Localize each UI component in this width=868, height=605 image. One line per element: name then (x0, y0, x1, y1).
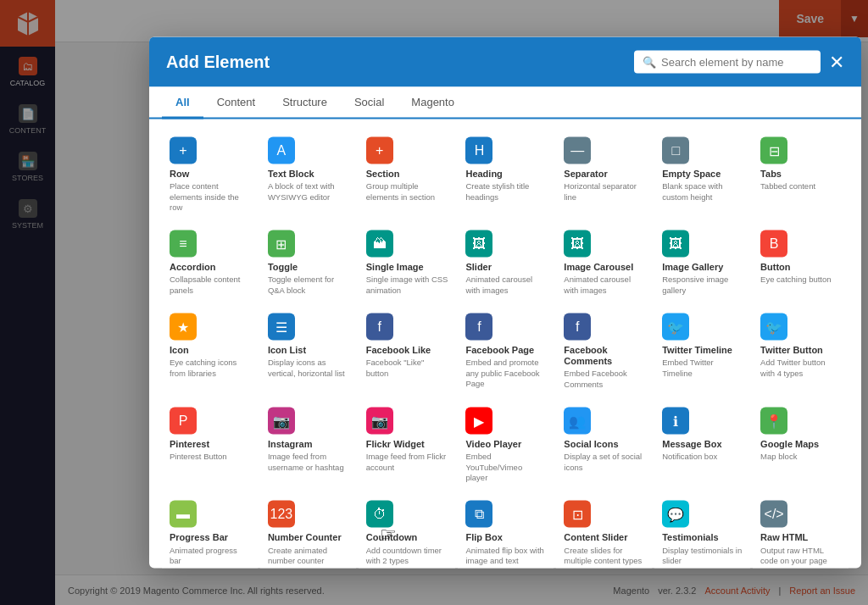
element-item-single-image[interactable]: 🏔Single ImageSingle image with CSS anima… (359, 223, 456, 303)
element-item-raw-html[interactable]: </>Raw HTMLOutput raw HTML code on your … (753, 493, 849, 569)
twitter-button-desc: Add Twitter button with 4 types (760, 358, 841, 379)
tab-social[interactable]: Social (341, 87, 398, 119)
accordion-name: Accordion (170, 262, 215, 273)
facebook-page-name: Facebook Page (465, 345, 534, 356)
video-player-name: Video Player (465, 439, 521, 450)
separator-icon: — (564, 137, 591, 164)
flickr-widget-desc: Image feed from Flickr account (366, 452, 448, 473)
toggle-desc: Toggle element for Q&A block (268, 275, 348, 296)
element-item-twitter-timeline[interactable]: 🐦Twitter TimelineEmbed Twitter Timeline (654, 306, 750, 397)
element-item-separator[interactable]: —SeparatorHorizontal separator line (556, 130, 652, 220)
button-name: Button (760, 262, 790, 273)
tab-magento[interactable]: Magento (398, 87, 468, 119)
element-item-button[interactable]: BButtonEye catching button (753, 223, 849, 303)
slider-name: Slider (465, 262, 492, 273)
row-name: Row (170, 169, 189, 180)
countdown-desc: Add countdown timer with 2 types (366, 545, 448, 566)
empty-space-desc: Blank space with custom height (662, 181, 743, 203)
element-item-image-gallery[interactable]: 🖼Image GalleryResponsive image gallery (654, 223, 750, 303)
progress-bar-name: Progress Bar (170, 532, 228, 543)
button-desc: Eye catching button (760, 275, 831, 285)
countdown-icon: ⏱ (366, 501, 393, 528)
element-item-facebook-like[interactable]: fFacebook LikeFacebook "Like" button (359, 306, 456, 397)
tabs-icon: ⊟ (760, 137, 787, 164)
message-box-icon: ℹ (662, 408, 689, 435)
flip-box-icon: ⧉ (465, 501, 492, 528)
image-carousel-desc: Animated carousel with images (564, 275, 644, 296)
slider-desc: Animated carousel with images (465, 275, 546, 296)
element-item-heading[interactable]: HHeadingCreate stylish title headings (458, 130, 554, 220)
icon-name: Icon (170, 345, 189, 356)
accordion-icon: ≡ (170, 230, 197, 258)
image-gallery-name: Image Gallery (662, 262, 723, 273)
instagram-desc: Image feed from username or hashtag (268, 452, 348, 473)
element-item-section[interactable]: +SectionGroup multiple elements in secti… (359, 130, 456, 220)
add-element-modal: Add Element 🔍 ✕ All Content Structure So… (149, 37, 861, 569)
raw-html-name: Raw HTML (760, 532, 808, 543)
video-player-icon: ▶ (465, 408, 492, 435)
element-item-countdown[interactable]: ⏱CountdownAdd countdown timer with 2 typ… (359, 493, 456, 569)
element-item-text-block[interactable]: AText BlockA block of text with WYSIWYG … (260, 130, 356, 220)
element-item-progress-bar[interactable]: ▬Progress BarAnimated progress bar (162, 493, 258, 569)
twitter-button-icon: 🐦 (760, 314, 787, 341)
google-maps-name: Google Maps (760, 439, 819, 450)
element-item-flip-box[interactable]: ⧉Flip BoxAnimated flip box with image an… (458, 493, 554, 569)
element-item-empty-space[interactable]: □Empty SpaceBlank space with custom heig… (654, 130, 750, 220)
element-item-row[interactable]: +RowPlace content elements inside the ro… (162, 130, 258, 220)
element-item-twitter-button[interactable]: 🐦Twitter ButtonAdd Twitter button with 4… (753, 306, 849, 397)
pinterest-desc: Pinterest Button (170, 452, 227, 462)
single-image-desc: Single image with CSS animation (366, 275, 448, 296)
element-item-image-carousel[interactable]: 🖼Image CarouselAnimated carousel with im… (556, 223, 652, 303)
element-item-tabs[interactable]: ⊟TabsTabbed content (753, 130, 849, 220)
facebook-comments-icon: f (564, 314, 591, 341)
video-player-desc: Embed YouTube/Vimeo player (465, 452, 546, 483)
element-item-pinterest[interactable]: PPinterestPinterest Button (162, 400, 258, 491)
element-item-icon-list[interactable]: ☰Icon ListDisplay icons as vertical, hor… (260, 306, 356, 397)
message-box-name: Message Box (662, 439, 721, 450)
facebook-like-name: Facebook Like (366, 345, 431, 356)
content-slider-name: Content Slider (564, 532, 627, 543)
progress-bar-icon: ▬ (170, 501, 197, 528)
tab-structure[interactable]: Structure (269, 87, 341, 119)
twitter-timeline-icon: 🐦 (662, 314, 689, 341)
separator-desc: Horizontal separator line (564, 181, 644, 203)
section-name: Section (366, 169, 400, 180)
heading-desc: Create stylish title headings (465, 181, 546, 203)
facebook-like-icon: f (366, 314, 393, 341)
element-item-flickr-widget[interactable]: 📷Flickr WidgetImage feed from Flickr acc… (359, 400, 456, 491)
element-item-facebook-page[interactable]: fFacebook PageEmbed and promote any publ… (458, 306, 554, 397)
element-search-container: 🔍 (634, 51, 821, 74)
tab-all[interactable]: All (162, 87, 203, 119)
icon-list-name: Icon List (268, 345, 306, 356)
flickr-widget-icon: 📷 (366, 408, 393, 435)
element-item-toggle[interactable]: ⊞ToggleToggle element for Q&A block (260, 223, 356, 303)
element-item-icon[interactable]: ★IconEye catching icons from libraries (162, 306, 258, 397)
tab-content[interactable]: Content (203, 87, 270, 119)
slider-icon: 🖼 (465, 230, 492, 258)
element-item-testimonials[interactable]: 💬TestimonialsDisplay testimonials in sli… (654, 493, 750, 569)
image-carousel-name: Image Carousel (564, 262, 633, 273)
element-item-social-icons[interactable]: 👥Social IconsDisplay a set of social ico… (556, 400, 652, 491)
element-item-video-player[interactable]: ▶Video PlayerEmbed YouTube/Vimeo player (458, 400, 554, 491)
element-item-instagram[interactable]: 📷InstagramImage feed from username or ha… (260, 400, 356, 491)
social-icons-icon: 👥 (564, 408, 591, 435)
number-counter-name: Number Counter (268, 532, 342, 543)
element-item-facebook-comments[interactable]: fFacebook CommentsEmbed Facebook Comment… (556, 306, 652, 397)
row-desc: Place content elements inside the row (170, 181, 250, 213)
elements-grid: +RowPlace content elements inside the ro… (162, 130, 849, 569)
element-item-google-maps[interactable]: 📍Google MapsMap block (753, 400, 849, 491)
empty-space-name: Empty Space (662, 169, 721, 180)
element-item-slider[interactable]: 🖼SliderAnimated carousel with images (458, 223, 554, 303)
element-search-input[interactable] (661, 56, 812, 69)
icon-desc: Eye catching icons from libraries (170, 358, 250, 379)
element-item-accordion[interactable]: ≡AccordionCollapsable content panels (162, 223, 258, 303)
twitter-timeline-name: Twitter Timeline (662, 345, 732, 356)
element-item-message-box[interactable]: ℹMessage BoxNotification box (654, 400, 750, 491)
facebook-page-desc: Embed and promote any public Facebook Pa… (465, 358, 546, 389)
icon-list-icon: ☰ (268, 314, 295, 341)
element-item-number-counter[interactable]: 123Number CounterCreate animated number … (260, 493, 356, 569)
heading-icon: H (465, 137, 492, 164)
progress-bar-desc: Animated progress bar (170, 545, 250, 566)
modal-close-button[interactable]: ✕ (829, 53, 844, 71)
element-item-content-slider[interactable]: ⊡Content SliderCreate slides for multipl… (556, 493, 652, 569)
